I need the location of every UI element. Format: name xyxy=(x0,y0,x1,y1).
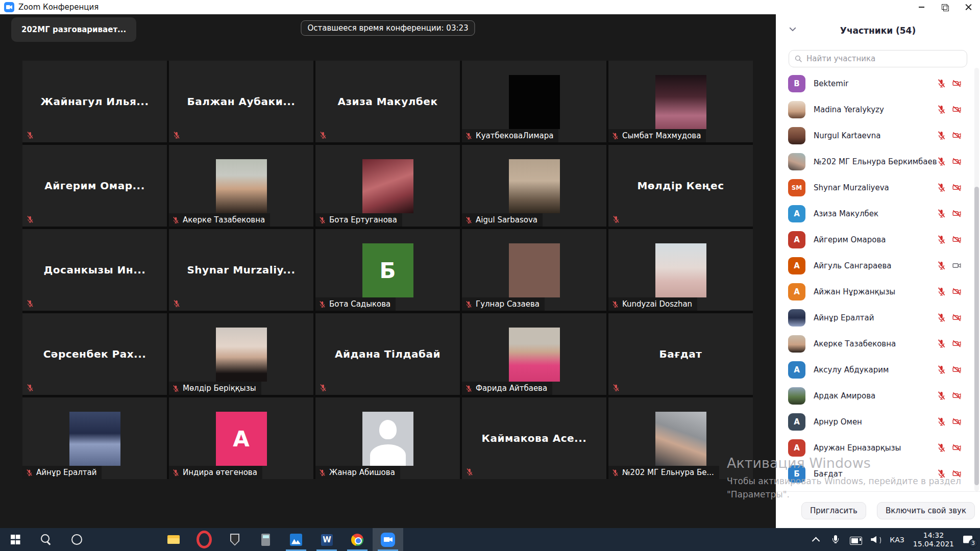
participant-tile[interactable]: Гулнар Сазаева xyxy=(462,229,606,311)
participant-row[interactable]: SMShynar Murzaliyeva xyxy=(776,174,980,201)
participant-avatar: Б xyxy=(362,243,413,297)
participant-tile[interactable]: ББота Садыкова xyxy=(315,229,460,311)
participant-tile[interactable]: №202 МГ Ельнура Бе... xyxy=(608,397,753,479)
tray-battery-icon[interactable] xyxy=(850,534,861,545)
chevron-down-icon[interactable] xyxy=(788,24,797,34)
participant-row[interactable]: BBektemir xyxy=(776,70,980,96)
participant-tile[interactable]: Акерке Тазабековна xyxy=(169,145,313,227)
participant-row[interactable]: Nurgul Kartaevna xyxy=(776,122,980,148)
participants-title: Участники (54) xyxy=(776,21,980,36)
participant-name: Аксулу Абдукарим xyxy=(814,365,937,374)
participant-row[interactable]: ААружан Ерназарқызы xyxy=(776,435,980,461)
taskbar-icon-drop-app[interactable] xyxy=(128,528,158,551)
close-button[interactable] xyxy=(957,0,980,14)
camera-off-icon xyxy=(952,339,962,348)
taskbar-icon-wot[interactable] xyxy=(219,528,250,551)
participant-name-label: Сымбат Махмудова xyxy=(608,129,706,142)
participant-row[interactable]: Ардак Амирова xyxy=(776,383,980,409)
tray-clock[interactable]: 14:32 15.04.2021 xyxy=(913,534,954,545)
participant-row[interactable]: ААйжан Нұржанқызы xyxy=(776,279,980,305)
zoom-meeting-window: Zoom Конференция 202МГ разговаривает... … xyxy=(0,0,980,551)
unmute-self-button[interactable]: Включить свой звук xyxy=(877,502,975,519)
participant-name: Nurgul Kartaevna xyxy=(814,131,937,140)
participant-row[interactable]: Акерке Тазабековна xyxy=(776,331,980,357)
camera-off-icon xyxy=(952,131,962,140)
participant-row[interactable]: ББағдат xyxy=(776,461,980,487)
participant-tile[interactable]: Shynar Murzaliy... xyxy=(169,229,313,311)
avatar: B xyxy=(788,75,805,92)
participant-row[interactable]: ААксулу Абдукарим xyxy=(776,357,980,383)
zoom-icon xyxy=(381,533,395,547)
tray-speaker-icon[interactable] xyxy=(870,534,881,545)
search-input[interactable] xyxy=(806,54,962,63)
participant-name: Айгерим Омарова xyxy=(814,235,937,244)
avatar xyxy=(788,101,805,118)
participant-tile[interactable]: Aigul Sarbasova xyxy=(462,145,606,227)
participant-search[interactable] xyxy=(789,50,967,67)
taskbar-icon-search[interactable] xyxy=(31,528,61,551)
participant-name: Бағдат xyxy=(608,313,753,395)
taskbar-icon-cortana[interactable] xyxy=(61,528,92,551)
muted-mic-icon xyxy=(611,469,619,477)
muted-mic-icon xyxy=(319,131,327,139)
muted-mic-icon xyxy=(937,287,946,296)
muted-mic-icon xyxy=(937,417,946,427)
participant-tile[interactable]: Досанкызы Ин... xyxy=(22,229,167,311)
muted-mic-icon xyxy=(465,300,473,308)
taskbar-icon-opera[interactable] xyxy=(189,528,219,551)
participant-row[interactable]: ААрнур Омен xyxy=(776,409,980,435)
active-speaker-notice: 202МГ разговаривает... xyxy=(11,17,136,42)
avatar: А xyxy=(788,257,805,274)
participant-name: Shynar Murzaliyeva xyxy=(814,183,937,192)
start-icon xyxy=(8,532,23,547)
participant-row[interactable]: ААйгуль Сангараева xyxy=(776,253,980,279)
participant-row[interactable]: ААзиза Макулбек xyxy=(776,201,980,227)
minimize-button[interactable] xyxy=(910,0,933,14)
muted-mic-icon xyxy=(173,131,181,139)
taskbar-icon-start[interactable] xyxy=(0,528,31,551)
participant-tile[interactable]: Мөлдір Кеңес xyxy=(608,145,753,227)
taskbar-icon-chrome[interactable] xyxy=(342,528,373,551)
panel-scrollbar-thumb[interactable] xyxy=(974,187,979,485)
muted-mic-icon xyxy=(937,183,946,192)
participant-tile[interactable]: Айгерим Омар... xyxy=(22,145,167,227)
participant-row[interactable]: Madina Yeralykyzy xyxy=(776,96,980,122)
participant-tile[interactable]: Мөлдір Беріққызы xyxy=(169,313,313,395)
restore-button[interactable] xyxy=(933,0,957,14)
participant-tile[interactable]: Жайнагул Илья... xyxy=(22,61,167,142)
participant-tile[interactable]: Бағдат xyxy=(608,313,753,395)
participant-tile[interactable]: Балжан Аубаки... xyxy=(169,61,313,142)
participant-name: Айгуль Сангараева xyxy=(814,261,937,270)
participant-tile[interactable]: КуатбековаЛимара xyxy=(462,61,606,142)
taskbar-icon-task-view[interactable] xyxy=(92,528,122,551)
action-center-icon[interactable]: 3 xyxy=(963,534,974,545)
participant-tile[interactable]: Азиза Макулбек xyxy=(315,61,460,142)
participant-tile[interactable]: Айдана Тілдабай xyxy=(315,313,460,395)
avatar: А xyxy=(788,231,805,248)
invite-button[interactable]: Пригласить xyxy=(801,502,866,519)
camera-off-icon xyxy=(952,157,962,166)
taskbar-icon-word[interactable] xyxy=(311,528,342,551)
participant-tile[interactable]: АИндира өтегенова xyxy=(169,397,313,479)
participant-tile[interactable]: Бота Ертуганова xyxy=(315,145,460,227)
participant-row[interactable]: №202 МГ Ельнура Беркимбаева xyxy=(776,148,980,174)
participant-tile[interactable]: Kundyzai Doszhan xyxy=(608,229,753,311)
participant-name: Жайнагул Илья... xyxy=(22,61,167,142)
taskbar-icon-photos[interactable] xyxy=(281,528,311,551)
participant-row[interactable]: Айнұр Ералтай xyxy=(776,305,980,331)
participant-tile[interactable]: Сымбат Махмудова xyxy=(608,61,753,142)
participant-tile[interactable]: Каймакова Асе... xyxy=(462,397,606,479)
participant-grid: Жайнагул Илья...Балжан Аубаки...Азиза Ма… xyxy=(22,61,753,479)
participant-tile[interactable]: Фарида Айтбаева xyxy=(462,313,606,395)
taskbar-icon-calculator[interactable] xyxy=(250,528,281,551)
tray-expand-icon[interactable] xyxy=(810,534,821,545)
participant-tile[interactable]: Айнұр Ералтай xyxy=(22,397,167,479)
camera-off-icon xyxy=(952,313,962,322)
taskbar-icon-explorer[interactable] xyxy=(158,528,189,551)
participant-tile[interactable]: Жанар Абишова xyxy=(315,397,460,479)
participant-tile[interactable]: Сәрсенбек Рах... xyxy=(22,313,167,395)
participant-row[interactable]: ААйгерим Омарова xyxy=(776,227,980,253)
tray-microphone-icon[interactable] xyxy=(830,534,841,545)
tray-language-indicator[interactable]: КАЗ xyxy=(890,534,904,545)
taskbar-icon-zoom[interactable] xyxy=(373,528,403,551)
